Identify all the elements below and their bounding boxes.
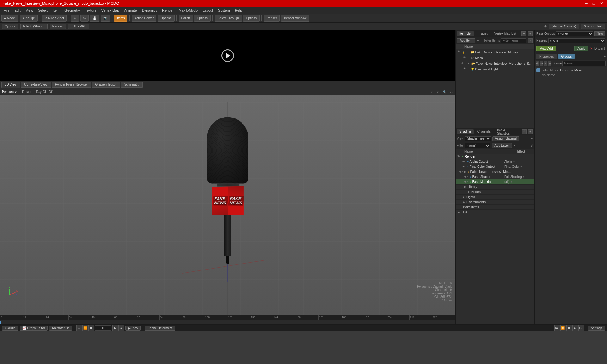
filter-input[interactable] [501, 38, 526, 43]
options-label[interactable]: Options [2, 24, 18, 29]
lut-btn[interactable]: LUT: sRGB [68, 24, 89, 29]
tab-channels[interactable]: Channels [475, 129, 493, 134]
maximize-btn[interactable]: □ [592, 1, 596, 6]
shader-tree-select[interactable]: Shader Tree [465, 136, 491, 141]
groups-name-input[interactable] [562, 61, 606, 66]
add-layer-btn[interactable]: Add Layer [492, 143, 512, 148]
tab-images[interactable]: Images [475, 31, 491, 36]
audio-btn[interactable]: ♪ Audio [2, 326, 18, 331]
panel-expand-icon[interactable]: ⊞ [528, 31, 533, 36]
tr-btn-1[interactable]: ⏮ [554, 325, 560, 331]
shader-expand-icon[interactable]: ⊞ [528, 129, 533, 134]
menu-vertexmap[interactable]: Vertex Map [99, 8, 122, 13]
tab-add-btn[interactable]: + [143, 82, 149, 88]
viewport-3d-content[interactable]: FAKE NEWS FAKE NEWS [0, 95, 455, 315]
auto-add-btn[interactable]: Auto Add [536, 46, 556, 51]
menu-geometry[interactable]: Geometry [62, 8, 82, 13]
minimize-btn[interactable]: ─ [584, 1, 589, 6]
options-2-btn[interactable]: Options [194, 15, 211, 22]
menu-item[interactable]: Item [50, 8, 62, 13]
groups-btn-3[interactable]: ✓ [544, 61, 548, 66]
viewport-maximize-icon[interactable]: ⛶ [450, 90, 453, 94]
visibility-icon-4[interactable]: 👁 [463, 67, 468, 71]
menu-file[interactable]: File [1, 8, 12, 13]
screenshot-btn[interactable]: 📷 [101, 15, 110, 22]
shader-config-icon[interactable]: ⚙ [522, 129, 527, 134]
close-btn[interactable]: ✕ [599, 1, 604, 6]
baseshader-dropdown[interactable]: ▼ [523, 176, 525, 178]
tab-properties[interactable]: Properties [536, 54, 557, 59]
apply-btn[interactable]: Apply [574, 46, 588, 51]
shader-base-shader[interactable]: 👁 ● Base Shader Full Shading ▼ [456, 174, 534, 179]
shading-btn[interactable]: Shading: Full [581, 24, 605, 29]
eye-icon-finalcolor[interactable]: 👁 [462, 165, 467, 168]
menu-view[interactable]: View [23, 8, 36, 13]
viewport-rotate-icon[interactable]: ↺ [437, 90, 439, 94]
expand-arrow-envs[interactable]: ▶ [463, 201, 466, 203]
menu-dynamics[interactable]: Dynamics [139, 8, 160, 13]
shader-fx[interactable]: ● FX [456, 210, 534, 215]
menu-layout[interactable]: Layout [200, 8, 216, 13]
tab-item-list[interactable]: Item List [457, 31, 474, 36]
time-input[interactable] [95, 325, 111, 331]
titlebar-controls[interactable]: ─ □ ✕ [584, 1, 604, 6]
discard-label[interactable]: Discard [594, 47, 605, 50]
tr-btn-5[interactable]: ⏭ [578, 325, 584, 331]
menu-maxtomodo[interactable]: MaxToModo [176, 8, 200, 13]
options-3-btn[interactable]: Options [243, 15, 260, 22]
tab-shading[interactable]: Shading [457, 129, 474, 134]
tab-gradienteditor[interactable]: Gradient Editor [92, 82, 120, 88]
visibility-icon-1[interactable]: 👁 [457, 50, 461, 54]
shader-finalcolor[interactable]: 👁 ● Final Color Output Final Color ▼ [456, 164, 534, 169]
group-item-1[interactable]: Fake_News_Interview_Micro... [535, 68, 606, 73]
visibility-icon-2[interactable]: 👁 [463, 56, 468, 60]
shader-base-material[interactable]: 👁 ● Base Material (all) ▼ [456, 179, 534, 185]
tree-item-mesh[interactable]: 👁 ⬡ Mesh [456, 55, 534, 61]
alpha-dropdown[interactable]: ▼ [513, 161, 515, 163]
items-btn[interactable]: Items [114, 15, 127, 22]
tr-btn-4[interactable]: ▶ [572, 325, 578, 331]
falloff-btn[interactable]: Falloff [179, 15, 193, 22]
shader-library[interactable]: ▶ Library [456, 185, 534, 190]
menu-texture[interactable]: Texture [83, 8, 99, 13]
expand-arrow-nodes[interactable]: ▶ [468, 191, 471, 193]
viewport-perspective[interactable]: Perspective [2, 90, 18, 94]
finalcolor-dropdown[interactable]: ▼ [520, 166, 522, 168]
menu-system[interactable]: System [216, 8, 232, 13]
eye-icon-alpha[interactable]: 👁 [462, 160, 467, 163]
visibility-icon-3[interactable]: 👁 [461, 61, 465, 66]
render-camera-btn[interactable]: (Render Camera) [549, 24, 579, 29]
eye-icon-render[interactable]: 👁 [457, 155, 462, 158]
tr-btn-3[interactable]: ⏹ [566, 325, 572, 331]
sculpt-btn[interactable]: ✦ Sculpt [20, 15, 38, 22]
add-item-btn[interactable]: Add Item [457, 38, 475, 43]
tab-groups[interactable]: Groups [558, 54, 575, 59]
eye-icon-matgroup[interactable]: 👁 [459, 170, 464, 173]
shader-bake[interactable]: Bake Items [456, 205, 534, 210]
viewport-shading[interactable]: Default [22, 90, 32, 94]
tr-btn-2[interactable]: ⏪ [560, 325, 566, 331]
tree-item-main[interactable]: 👁 🔒 ▼ 📁 Fake_News_Interview_Microph... [456, 49, 534, 55]
transport-play[interactable]: ▶ [112, 325, 118, 331]
viewport-3d[interactable]: Perspective Default Ray GL: Off ⚙ ↺ 🔍 ⛶ [0, 88, 455, 315]
action-center-btn[interactable]: Action Center [132, 15, 156, 22]
groups-btn-4[interactable]: ⊠ [548, 61, 551, 66]
shader-environments[interactable]: ▶ Environments [456, 200, 534, 205]
expand-arrow-lib[interactable]: ▶ [464, 185, 468, 188]
eye-icon-basemat[interactable]: 👁 [464, 180, 469, 184]
transport-stop[interactable]: ⏹ [88, 325, 94, 331]
tab-renderpreset[interactable]: Render Preset Browser [52, 82, 91, 88]
assign-material-btn[interactable]: Assign Material [492, 136, 519, 141]
add-layer-arrow[interactable]: ▼ [513, 144, 516, 147]
redo-btn[interactable]: ↪ [80, 15, 89, 22]
shader-alpha-output[interactable]: 👁 ● Alpha Output Alpha ▼ [456, 159, 534, 164]
render-window-btn[interactable]: Render Window [281, 15, 309, 22]
transport-prev[interactable]: ⏪ [82, 325, 88, 331]
add-item-arrow[interactable]: ▼ [476, 39, 480, 42]
shader-nodes[interactable]: ▶ Nodes [456, 190, 534, 195]
groups-add-icon[interactable]: + [604, 55, 606, 58]
viewport-zoom-icon[interactable]: 🔍 [443, 90, 446, 94]
cache-deformers-btn[interactable]: Cache Deformers [145, 326, 175, 331]
tree-item-mic2[interactable]: 👁 ▶ 📂 Fake_News_Interview_Microphone_S..… [456, 61, 534, 66]
pass-groups-new-btn[interactable]: New [594, 31, 605, 36]
